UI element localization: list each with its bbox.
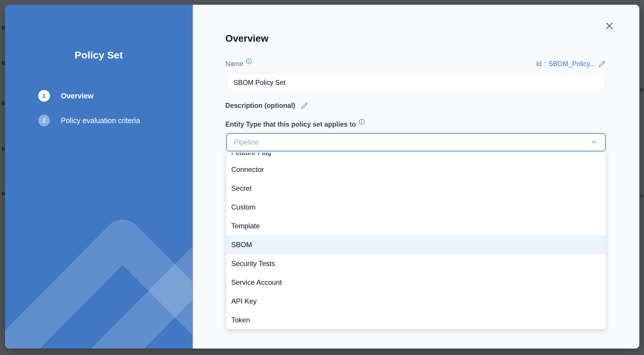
wizard-sidebar: Policy Set 1 Overview 2 Policy evaluatio…	[5, 5, 193, 349]
dropdown-item-security-tests[interactable]: Security Tests	[227, 254, 606, 273]
dropdown-item-clipped[interactable]: Feature Flag	[227, 153, 606, 160]
overview-panel: Overview Name Id : SBOM_Policy...	[193, 5, 639, 349]
chevron-down-icon	[589, 137, 598, 147]
info-icon[interactable]	[246, 58, 252, 66]
id-prefix-label: Id :	[536, 60, 546, 68]
dropdown-item-secret[interactable]: Secret	[227, 179, 606, 198]
edit-id-pencil-icon[interactable]	[598, 60, 606, 68]
dropdown-item-sbom[interactable]: SBOM	[227, 235, 606, 254]
step-policy-evaluation-criteria[interactable]: 2 Policy evaluation criteria	[38, 115, 140, 126]
id-value-link[interactable]: SBOM_Policy...	[549, 60, 595, 68]
wizard-title: Policy Set	[5, 49, 192, 61]
entity-type-row: Entity Type that this policy set applies…	[225, 120, 365, 128]
dropdown-item-api-key[interactable]: API Key	[227, 292, 606, 311]
background-content-fragment	[640, 88, 643, 92]
close-icon[interactable]	[604, 20, 616, 32]
entity-type-label: Entity Type that this policy set applies…	[225, 120, 356, 128]
dropdown-item-token[interactable]: Token	[227, 311, 606, 329]
entity-id-block: Id : SBOM_Policy...	[536, 60, 606, 68]
name-row: Name Id : SBOM_Policy...	[225, 60, 606, 68]
name-label-group: Name	[225, 60, 252, 68]
entity-type-dropdown: Feature Flag ConnectorSecretCustomTempla…	[226, 153, 606, 329]
name-input[interactable]	[226, 73, 606, 92]
name-label: Name	[225, 60, 243, 68]
dropdown-item-template[interactable]: Template	[227, 217, 606, 235]
background-nav-icon	[2, 147, 5, 151]
background-nav-icon	[2, 26, 5, 30]
background-nav-icon	[2, 61, 5, 65]
dropdown-item-connector[interactable]: Connector	[227, 160, 606, 179]
step-number-badge: 1	[38, 90, 50, 102]
background-nav-icon	[2, 101, 5, 105]
step-label: Policy evaluation criteria	[61, 116, 140, 125]
step-label: Overview	[61, 92, 93, 100]
select-placeholder: Pipeline	[234, 138, 259, 146]
description-row: Description (optional)	[225, 102, 308, 110]
dropdown-item-service-account[interactable]: Service Account	[227, 273, 606, 292]
entity-dropdown-list: ConnectorSecretCustomTemplateSBOMSecurit…	[227, 160, 606, 329]
info-icon[interactable]	[359, 119, 365, 126]
wizard-steps: 1 Overview 2 Policy evaluation criteria	[38, 90, 140, 126]
harness-logo-watermark	[5, 207, 193, 349]
step-overview[interactable]: 1 Overview	[38, 90, 140, 102]
entity-type-select[interactable]: Pipeline	[226, 133, 606, 151]
dropdown-item-custom[interactable]: Custom	[227, 198, 606, 217]
screen: Policy Set 1 Overview 2 Policy evaluatio…	[0, 0, 644, 355]
policy-set-modal: Policy Set 1 Overview 2 Policy evaluatio…	[5, 5, 639, 349]
page-title: Overview	[225, 33, 269, 44]
background-content-fragment	[640, 194, 643, 198]
description-label: Description (optional)	[225, 102, 295, 110]
background-nav-icon	[2, 192, 5, 195]
edit-description-pencil-icon[interactable]	[301, 102, 308, 110]
step-number-badge: 2	[38, 115, 50, 126]
